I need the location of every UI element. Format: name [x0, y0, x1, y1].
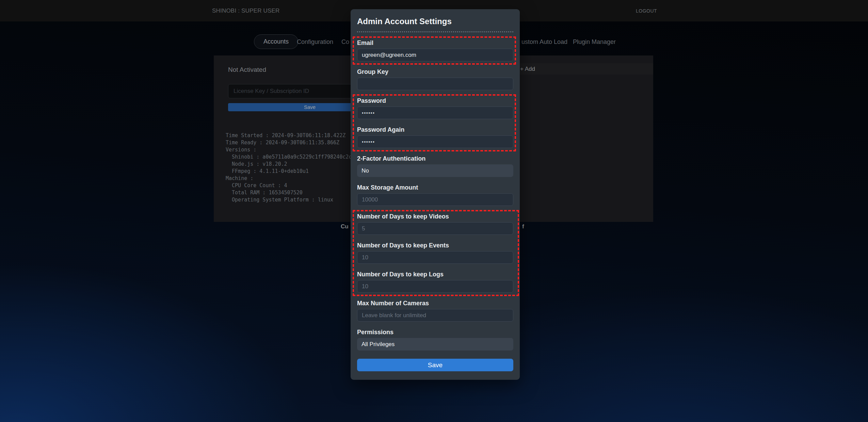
- days-events-group: Number of Days to keep Events: [357, 242, 513, 264]
- title-divider: [357, 31, 513, 32]
- modal-title: Admin Account Settings: [357, 16, 513, 27]
- password-label: Password: [357, 98, 513, 104]
- days-events-label: Number of Days to keep Events: [357, 242, 513, 249]
- permissions-select[interactable]: All Privileges: [357, 338, 513, 351]
- password-again-label: Password Again: [357, 127, 513, 133]
- email-label: Email: [357, 40, 513, 46]
- app-canvas: SHINOBI : SUPER USER LOGOUT Accounts Con…: [0, 0, 868, 422]
- days-logs-label: Number of Days to keep Logs: [357, 271, 513, 278]
- max-cameras-label: Max Number of Cameras: [357, 300, 513, 307]
- email-group: Email: [357, 40, 513, 61]
- password-again-field[interactable]: [357, 135, 513, 148]
- password-group: Password: [357, 98, 513, 119]
- max-cameras-group: Max Number of Cameras: [357, 300, 513, 322]
- password-field[interactable]: [357, 107, 513, 119]
- email-field[interactable]: [357, 49, 513, 61]
- group-key-label: Group Key: [357, 69, 513, 75]
- days-videos-group: Number of Days to keep Videos: [357, 213, 513, 235]
- days-videos-label: Number of Days to keep Videos: [357, 213, 513, 220]
- max-storage-field[interactable]: [357, 193, 513, 206]
- max-storage-group: Max Storage Amount: [357, 184, 513, 206]
- group-key-field[interactable]: [357, 78, 513, 90]
- password-again-group: Password Again: [357, 127, 513, 148]
- two-factor-label: 2-Factor Authentication: [357, 156, 513, 162]
- permissions-label: Permissions: [357, 329, 513, 336]
- days-logs-field[interactable]: [357, 280, 513, 293]
- modal-save-button[interactable]: Save: [357, 359, 513, 371]
- two-factor-group: 2-Factor Authentication No: [357, 156, 513, 177]
- days-events-field[interactable]: [357, 251, 513, 264]
- max-cameras-field[interactable]: [357, 309, 513, 322]
- days-logs-group: Number of Days to keep Logs: [357, 271, 513, 293]
- group-key-group: Group Key: [357, 69, 513, 90]
- admin-account-settings-modal: Admin Account Settings Email Group Key P…: [351, 9, 520, 380]
- max-storage-label: Max Storage Amount: [357, 184, 513, 191]
- days-videos-field[interactable]: [357, 222, 513, 235]
- two-factor-select[interactable]: No: [357, 164, 513, 177]
- permissions-group: Permissions All Privileges: [357, 329, 513, 351]
